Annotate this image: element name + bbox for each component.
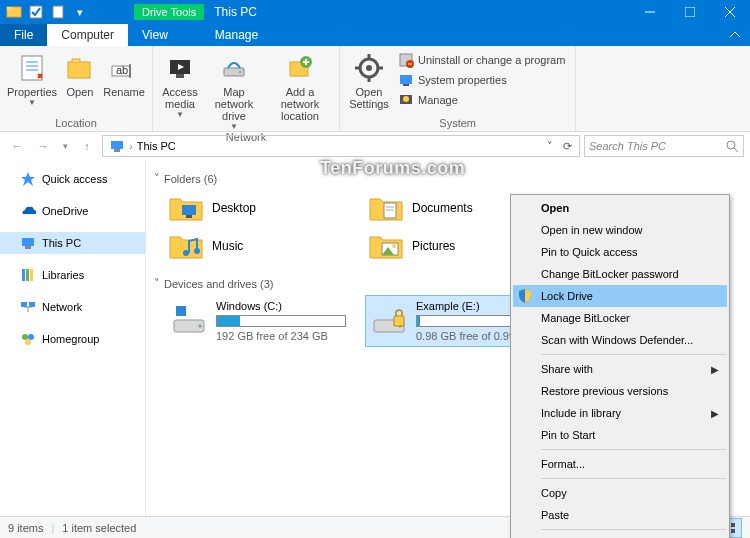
svg-rect-34 bbox=[114, 149, 120, 152]
tab-view[interactable]: View bbox=[128, 24, 182, 46]
context-menu-item[interactable]: Change BitLocker password bbox=[513, 263, 727, 285]
context-menu-item[interactable]: Open bbox=[513, 197, 727, 219]
context-menu-item[interactable]: Share with▶ bbox=[513, 358, 727, 380]
svg-point-48 bbox=[28, 334, 34, 340]
search-input[interactable]: Search This PC bbox=[584, 135, 744, 157]
qat-properties-icon[interactable] bbox=[48, 2, 68, 22]
svg-point-47 bbox=[22, 334, 28, 340]
nav-homegroup[interactable]: Homegroup bbox=[0, 328, 145, 350]
drive-label: Windows (C:) bbox=[216, 300, 346, 312]
context-menu-item[interactable]: Paste bbox=[513, 504, 727, 526]
rename-button[interactable]: ab Rename bbox=[102, 48, 146, 98]
context-menu-item[interactable]: Manage BitLocker bbox=[513, 307, 727, 329]
close-button[interactable] bbox=[710, 0, 750, 24]
up-button[interactable]: ↑ bbox=[76, 135, 98, 157]
search-icon bbox=[725, 139, 739, 153]
open-button[interactable]: Open bbox=[60, 48, 100, 98]
nav-quick-access[interactable]: Quick access bbox=[0, 168, 145, 190]
svg-marker-37 bbox=[21, 172, 35, 186]
folder-icon bbox=[368, 193, 404, 223]
svg-rect-38 bbox=[22, 238, 34, 246]
folder-tile-music[interactable]: Music bbox=[166, 229, 342, 263]
status-item-count: 9 items bbox=[8, 522, 43, 534]
svg-rect-43 bbox=[21, 302, 27, 307]
window-controls bbox=[630, 0, 750, 24]
add-network-location-button[interactable]: Add a network location bbox=[267, 48, 333, 122]
context-menu-item[interactable]: Open in new window bbox=[513, 219, 727, 241]
access-media-button[interactable]: Access media ▼ bbox=[159, 48, 201, 119]
folder-label: Pictures bbox=[412, 239, 455, 253]
minimize-button[interactable] bbox=[630, 0, 670, 24]
context-menu-item[interactable]: Copy bbox=[513, 482, 727, 504]
map-network-drive-button[interactable]: Map network drive ▼ bbox=[203, 48, 265, 131]
status-selected-count: 1 item selected bbox=[62, 522, 136, 534]
open-settings-button[interactable]: Open Settings bbox=[346, 48, 392, 110]
collapse-ribbon-button[interactable] bbox=[720, 26, 750, 46]
context-menu-item[interactable]: Format... bbox=[513, 453, 727, 475]
refresh-button[interactable]: ⟳ bbox=[557, 140, 577, 153]
chevron-down-icon: ˅ bbox=[154, 277, 160, 290]
folder-label: Documents bbox=[412, 201, 473, 215]
context-menu-item[interactable]: Scan with Windows Defender... bbox=[513, 329, 727, 351]
qat-checkbox-icon[interactable] bbox=[26, 2, 46, 22]
uninstall-program-button[interactable]: Uninstall or change a program bbox=[394, 50, 569, 70]
submenu-arrow-icon: ▶ bbox=[711, 408, 719, 419]
folder-label: Desktop bbox=[212, 201, 256, 215]
ribbon: Properties ▼ Open ab Rename Location Acc… bbox=[0, 46, 750, 132]
svg-rect-42 bbox=[30, 269, 33, 281]
svg-rect-51 bbox=[186, 215, 192, 218]
folder-tile-desktop[interactable]: Desktop bbox=[166, 191, 342, 225]
tab-computer[interactable]: Computer bbox=[47, 24, 128, 46]
context-menu-item[interactable]: Restore previous versions bbox=[513, 380, 727, 402]
svg-point-49 bbox=[25, 339, 31, 345]
svg-rect-72 bbox=[731, 523, 735, 527]
ribbon-group-system: Open Settings Uninstall or change a prog… bbox=[340, 46, 576, 131]
context-menu-item[interactable]: Pin to Start bbox=[513, 424, 727, 446]
context-menu-separator bbox=[541, 449, 726, 450]
properties-button[interactable]: Properties ▼ bbox=[6, 48, 58, 107]
svg-text:ab: ab bbox=[116, 64, 128, 76]
manage-button[interactable]: Manage bbox=[394, 90, 569, 110]
context-menu-item[interactable]: Pin to Quick access bbox=[513, 241, 727, 263]
forward-button[interactable]: → bbox=[32, 135, 54, 157]
context-menu-item[interactable]: Lock Drive bbox=[513, 285, 727, 307]
svg-rect-1 bbox=[7, 7, 13, 10]
tab-file[interactable]: File bbox=[0, 24, 47, 46]
nav-libraries[interactable]: Libraries bbox=[0, 264, 145, 286]
address-bar[interactable]: › This PC ˅ ⟳ bbox=[102, 135, 580, 157]
recent-locations-button[interactable]: ▾ bbox=[58, 135, 72, 157]
ribbon-group-network: Access media ▼ Map network drive ▼ Add a… bbox=[153, 46, 340, 131]
svg-rect-40 bbox=[22, 269, 25, 281]
tab-manage[interactable]: Manage bbox=[201, 24, 272, 46]
svg-rect-14 bbox=[176, 74, 184, 78]
svg-rect-29 bbox=[400, 75, 412, 84]
maximize-button[interactable] bbox=[670, 0, 710, 24]
nav-onedrive[interactable]: OneDrive bbox=[0, 200, 145, 222]
svg-point-59 bbox=[392, 244, 396, 248]
drive-icon bbox=[370, 300, 408, 338]
context-menu-separator bbox=[541, 354, 726, 355]
folder-label: Music bbox=[212, 239, 243, 253]
back-button[interactable]: ← bbox=[6, 135, 28, 157]
address-dropdown-button[interactable]: ˅ bbox=[543, 140, 557, 153]
svg-point-35 bbox=[727, 141, 735, 149]
context-menu-item[interactable]: Include in library▶ bbox=[513, 402, 727, 424]
window-title: This PC bbox=[214, 5, 257, 19]
qat-dropdown-icon[interactable]: ▾ bbox=[70, 2, 90, 22]
drive-tile[interactable]: Windows (C:)192 GB free of 234 GB bbox=[166, 296, 342, 346]
chevron-down-icon: ˅ bbox=[154, 172, 160, 185]
nav-network[interactable]: Network bbox=[0, 296, 145, 318]
breadcrumb-this-pc[interactable]: › This PC bbox=[105, 138, 180, 154]
context-menu-item[interactable]: Create shortcut bbox=[513, 533, 727, 538]
ribbon-tabs: File Computer View Manage bbox=[0, 24, 750, 46]
context-menu-separator bbox=[541, 478, 726, 479]
nav-this-pc[interactable]: This PC bbox=[0, 232, 145, 254]
group-header-folders[interactable]: ˅ Folders (6) bbox=[154, 172, 742, 185]
folder-icon bbox=[168, 231, 204, 261]
svg-rect-5 bbox=[685, 7, 695, 17]
system-properties-button[interactable]: System properties bbox=[394, 70, 569, 90]
drive-usage-bar bbox=[216, 315, 346, 327]
svg-rect-67 bbox=[394, 316, 404, 326]
svg-point-17 bbox=[239, 71, 241, 73]
shield-icon bbox=[517, 288, 533, 304]
